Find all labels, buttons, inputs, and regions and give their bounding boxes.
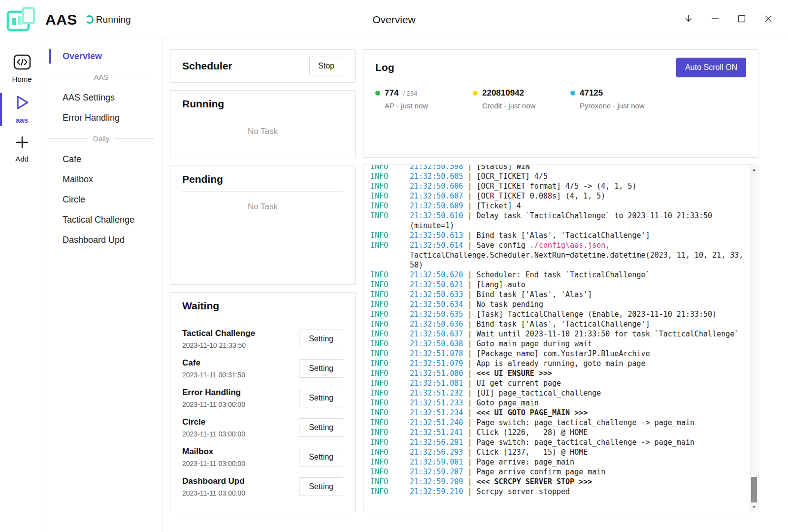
setting-button[interactable]: Setting (299, 330, 343, 348)
log-content: 21:32:51.078 | [Package_name] com.Yostar… (410, 349, 744, 359)
scroll-thumb[interactable] (751, 477, 757, 502)
sidebar-group-label: Daily (93, 134, 109, 143)
log-message: [Status] WIN (476, 165, 529, 171)
waiting-task-name: Error Handling (182, 388, 245, 398)
sidebar-group-divider: AAS (48, 73, 154, 81)
stat-suffix: / 234 (403, 90, 417, 97)
log-content: 21:32:51.241 | Click (1226, 28) @ HOME (410, 428, 744, 437)
rail-item-aas[interactable]: aas (0, 89, 44, 130)
log-message: Bind task ['Alas', 'TacticalChallenge'] (476, 320, 650, 329)
log-level: INFO (370, 467, 410, 477)
log-time: 21:32:59.207 (410, 467, 463, 476)
running-header: Running (182, 91, 343, 116)
titlebar: AAS Running Overview (0, 0, 788, 39)
log-separator: | (463, 330, 476, 338)
log-message: Scrcpy server stopped (476, 487, 570, 496)
rail-item-add[interactable]: Add (0, 130, 44, 169)
log-message: Page arrive: page_main (476, 458, 574, 466)
pending-header: Pending (182, 166, 343, 192)
log-level: INFO (370, 240, 410, 270)
log-time: 21:32:50.609 (410, 201, 463, 210)
setting-button[interactable]: Setting (299, 359, 343, 378)
plus-icon (15, 135, 30, 152)
task-columns: Scheduler Stop Running No Task Pending N… (170, 49, 356, 512)
log-level: INFO (370, 280, 410, 290)
log-content: 21:32:51.240 | Page switch: page_tactica… (410, 418, 744, 428)
scroll-down-button[interactable]: ▼ (751, 503, 757, 511)
log-level: INFO (370, 329, 410, 339)
log-row: INFO21:32:51.241 | Click (1226, 28) @ HO… (370, 428, 744, 437)
log-row: INFO21:32:51.079 | App is already runnin… (370, 359, 744, 368)
log-path-text: ./config\aas.json, (530, 241, 610, 250)
log-message: Click (1237, 15) @ HOME (476, 448, 588, 457)
log-content: 21:32:50.621 | [Lang] auto (410, 280, 744, 290)
log-message: Scheduler: End task `TacticalChallenge` (476, 270, 650, 279)
update-button[interactable] (678, 9, 699, 31)
sidebar-item-overview[interactable]: Overview (44, 46, 162, 66)
divider-line (48, 77, 89, 77)
pending-title: Pending (182, 173, 343, 185)
running-empty-text: No Task (170, 127, 355, 136)
sidebar-item-tactical-challenge[interactable]: Tactical Challenge (44, 210, 162, 230)
app-logo-icon (6, 6, 36, 33)
log-time: 21:32:59.209 (410, 477, 463, 486)
log-separator: | (463, 399, 476, 407)
log-message: <<< SCRCPY SERVER STOP >>> (476, 477, 592, 486)
home-code-icon (13, 54, 31, 72)
log-message: [UI] page_tactical_challenge (476, 389, 601, 398)
log-scrollbar[interactable]: ▲ ▼ (750, 166, 757, 511)
stop-button[interactable]: Stop (309, 57, 343, 75)
minimize-button[interactable] (704, 9, 726, 31)
log-content: 21:32:50.614 | Save config ./config\aas.… (410, 240, 744, 270)
log-message: UI get current page (476, 379, 561, 388)
log-row: INFO21:32:50.605 | [OCR_TICKET] 4/5 (370, 171, 744, 181)
play-icon (14, 94, 30, 113)
log-row: INFO21:32:50.609 | [Ticket] 4 (370, 201, 744, 211)
sidebar-item-error-handling[interactable]: Error Handling (44, 108, 162, 128)
auto-scroll-button[interactable]: Auto Scroll ON (676, 58, 746, 77)
log-message: [OCR_TICKET format] 4/5 -> (4, 1, 5) (476, 182, 636, 191)
log-message: [Ticket] 4 (476, 201, 521, 210)
log-time: 21:32:50.610 (410, 211, 463, 220)
sidebar-item-circle[interactable]: Circle (44, 190, 162, 210)
log-message: Goto page_main (476, 399, 538, 407)
log-content: 21:32:50.609 | [Ticket] 4 (410, 201, 744, 211)
sidebar-item-aas-settings[interactable]: AAS Settings (44, 88, 162, 108)
log-separator: | (463, 428, 476, 437)
waiting-task-info: Tactical Challenge2023-11-10 21:33:50 (182, 329, 255, 349)
log-separator: | (463, 359, 476, 368)
app-name: AAS (45, 11, 77, 28)
log-time: 21:32:51.078 (410, 349, 463, 358)
sidebar-item-mailbox[interactable]: Mailbox (44, 169, 162, 190)
close-button[interactable] (757, 9, 779, 31)
main-content: Scheduler Stop Running No Task Pending N… (163, 39, 788, 532)
setting-button[interactable]: Setting (299, 477, 343, 496)
log-separator: | (463, 467, 476, 476)
log-row: INFO21:32:50.638 | Goto main page during… (370, 339, 744, 349)
log-time: 21:32:50.620 (410, 270, 463, 279)
credit-dot-icon (473, 91, 478, 96)
log-level: INFO (370, 309, 410, 319)
log-level: INFO (370, 457, 410, 467)
log-time: 21:32:56.293 (410, 448, 463, 457)
log-message: Page arrive confirm page_main (476, 467, 605, 476)
setting-button[interactable]: Setting (299, 389, 343, 407)
close-icon (764, 14, 773, 25)
log-separator: | (463, 448, 476, 457)
rail-item-home[interactable]: Home (0, 49, 44, 89)
sidebar-group-label: AAS (94, 73, 109, 81)
log-level: INFO (370, 290, 410, 299)
setting-button[interactable]: Setting (299, 448, 343, 466)
sidebar-item-cafe[interactable]: Cafe (44, 149, 162, 169)
log-time: 21:32:51.240 (410, 418, 463, 427)
log-separator: | (463, 290, 476, 299)
scroll-up-button[interactable]: ▲ (751, 166, 757, 173)
log-content: 21:32:50.634 | No task pending (410, 299, 744, 309)
log-level: INFO (370, 428, 410, 437)
app-window: AAS Running Overview (0, 0, 788, 532)
maximize-button[interactable] (731, 9, 753, 31)
log-row: INFO21:32:56.291 | Page switch: page_tac… (370, 437, 744, 447)
sidebar-item-dashboard-upd[interactable]: Dashboard Upd (44, 230, 162, 250)
log-level: INFO (370, 487, 410, 497)
setting-button[interactable]: Setting (299, 418, 343, 437)
